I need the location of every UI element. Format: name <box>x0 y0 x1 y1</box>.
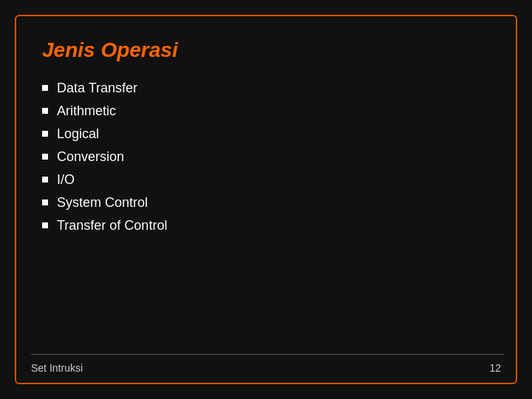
bullet-icon <box>42 222 48 228</box>
bullet-item: Conversion <box>42 149 490 165</box>
bullet-item: Data Transfer <box>42 81 490 96</box>
bullet-item: I/O <box>42 172 490 188</box>
slide-footer: Set Intruksi 12 <box>16 362 516 374</box>
bullet-list: Data TransferArithmeticLogicalConversion… <box>42 81 490 241</box>
slide-container: Jenis Operasi Data TransferArithmeticLog… <box>15 15 517 384</box>
bullet-item: System Control <box>42 195 490 211</box>
bullet-icon <box>42 177 48 183</box>
bullet-icon <box>42 108 48 114</box>
bullet-item: Transfer of Control <box>42 218 490 233</box>
bullet-text: Data Transfer <box>57 81 137 96</box>
footer-label: Set Intruksi <box>31 362 83 374</box>
bullet-text: Arithmetic <box>57 103 116 119</box>
bullet-item: Arithmetic <box>42 103 490 119</box>
bullet-text: Logical <box>57 126 99 142</box>
footer-divider <box>31 354 504 355</box>
bullet-text: Transfer of Control <box>57 218 167 233</box>
bullet-text: I/O <box>57 172 75 188</box>
slide-title: Jenis Operasi <box>42 38 490 62</box>
bullet-item: Logical <box>42 126 490 142</box>
bullet-icon <box>42 85 48 91</box>
bullet-icon <box>42 154 48 160</box>
bullet-text: Conversion <box>57 149 124 165</box>
footer-page-number: 12 <box>489 362 501 374</box>
bullet-icon <box>42 131 48 137</box>
bullet-icon <box>42 200 48 205</box>
bullet-text: System Control <box>57 195 148 211</box>
